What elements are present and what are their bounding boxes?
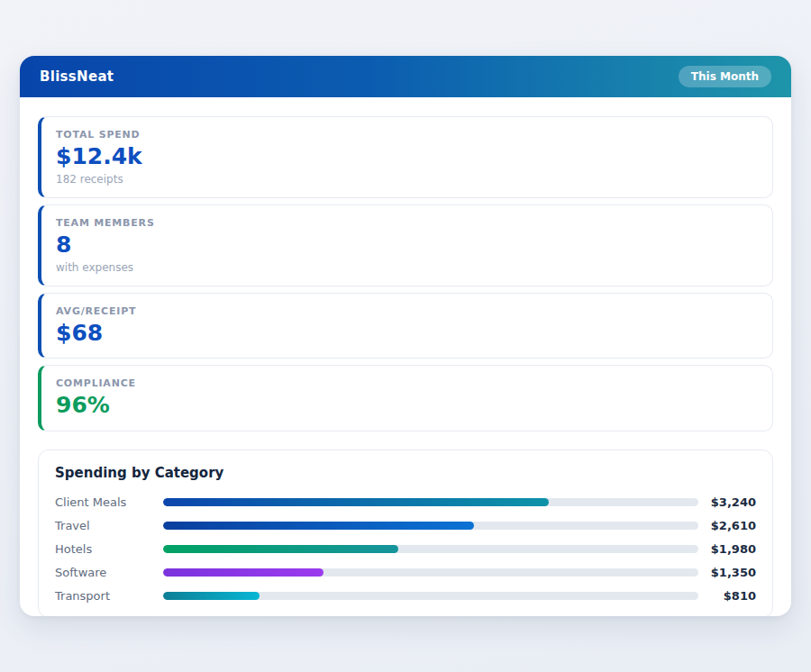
- bar-track: [163, 545, 698, 553]
- category-amount: $2,610: [698, 519, 756, 532]
- stat-label: TOTAL SPEND: [56, 129, 758, 141]
- app-header: BlissNeat This Month: [20, 56, 791, 97]
- stat-label: COMPLIANCE: [56, 377, 758, 389]
- spending-row-travel: Travel $2,610: [55, 519, 756, 532]
- category-amount: $810: [698, 589, 756, 603]
- dashboard-body: TOTAL SPEND $12.4k 182 receipts TEAM MEM…: [20, 97, 791, 616]
- category-label: Client Meals: [55, 495, 163, 509]
- spending-panel-title: Spending by Category: [55, 465, 756, 481]
- category-amount: $3,240: [698, 495, 756, 509]
- category-amount: $1,980: [698, 542, 756, 556]
- bar-fill: [163, 498, 549, 506]
- bar-fill: [163, 545, 398, 553]
- app-title: BlissNeat: [40, 68, 114, 85]
- stat-subtext: with expenses: [56, 261, 758, 274]
- bar-fill: [163, 568, 323, 577]
- bar-fill: [163, 522, 474, 530]
- bar-track: [163, 568, 698, 577]
- period-badge[interactable]: This Month: [679, 66, 771, 87]
- bar-track: [163, 498, 698, 506]
- category-label: Transport: [55, 589, 163, 603]
- spending-by-category-panel: Spending by Category Client Meals $3,240…: [38, 450, 773, 616]
- stat-card-compliance: COMPLIANCE 96%: [38, 365, 773, 431]
- category-amount: $1,350: [698, 566, 756, 579]
- stat-subtext: 182 receipts: [56, 173, 758, 186]
- stat-card-avg-receipt: AVG/RECEIPT $68: [38, 293, 773, 359]
- bar-track: [163, 592, 698, 600]
- bar-track: [163, 522, 698, 530]
- bar-fill: [163, 592, 260, 600]
- stat-value: $12.4k: [56, 144, 758, 170]
- stat-value: 8: [56, 232, 758, 259]
- stat-card-team-members: TEAM MEMBERS 8 with expenses: [38, 204, 773, 286]
- spending-row-client-meals: Client Meals $3,240: [55, 495, 756, 509]
- spending-row-transport: Transport $810: [55, 589, 756, 603]
- category-label: Software: [55, 566, 163, 579]
- dashboard-card: BlissNeat This Month TOTAL SPEND $12.4k …: [20, 56, 791, 616]
- stat-label: TEAM MEMBERS: [56, 217, 758, 229]
- spending-row-hotels: Hotels $1,980: [55, 542, 756, 556]
- spending-row-software: Software $1,350: [55, 566, 756, 579]
- category-label: Travel: [55, 519, 163, 532]
- stat-card-total-spend: TOTAL SPEND $12.4k 182 receipts: [38, 116, 773, 198]
- category-label: Hotels: [55, 542, 163, 556]
- stat-value: 96%: [56, 393, 758, 419]
- stat-label: AVG/RECEIPT: [56, 305, 758, 317]
- stat-value: $68: [56, 321, 758, 347]
